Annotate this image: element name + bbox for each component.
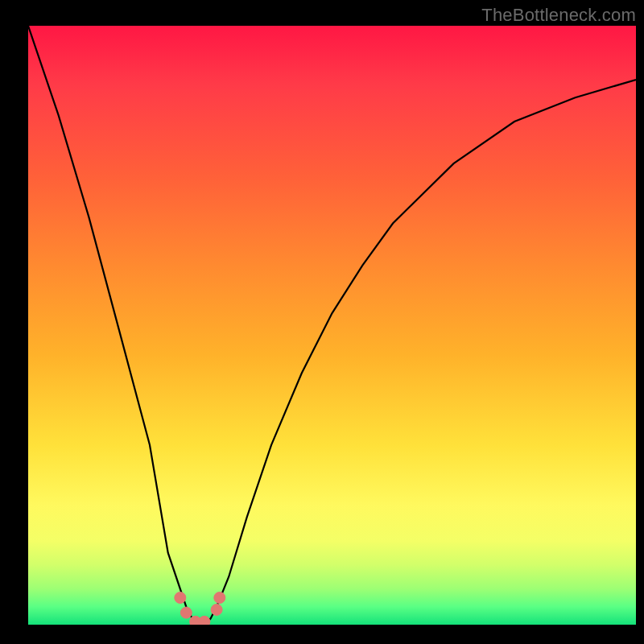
chart-frame: TheBottleneck.com [0,0,644,644]
curve-marker-dot [175,592,186,604]
watermark-text: TheBottleneck.com [481,5,636,26]
curve-marker-dot [211,604,222,615]
curve-marker-dot [199,616,210,625]
curve-marker-dot [214,592,225,604]
curve-marker-dot [180,607,192,618]
bottleneck-curve [28,26,636,625]
chart-svg [28,26,636,625]
chart-plot-area [28,26,636,625]
curve-markers [175,592,225,625]
